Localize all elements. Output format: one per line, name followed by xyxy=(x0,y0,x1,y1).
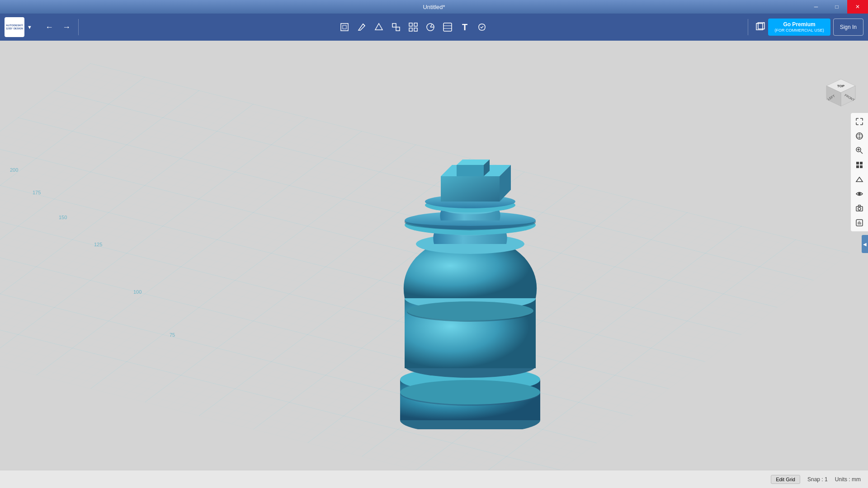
svg-line-53 xyxy=(860,151,863,154)
snap-indicator: Snap : 1 xyxy=(807,476,828,483)
svg-rect-0 xyxy=(341,23,348,31)
tool-group: T xyxy=(82,19,745,35)
toolbar-divider xyxy=(78,19,79,35)
measure-tool[interactable] xyxy=(422,19,439,35)
ruler-label-175: 175 xyxy=(33,190,41,195)
fit-to-screen-button[interactable] xyxy=(853,115,866,128)
svg-line-61 xyxy=(859,177,863,182)
svg-line-60 xyxy=(856,177,859,182)
svg-rect-1 xyxy=(343,25,346,29)
view-controls-panel xyxy=(851,113,868,231)
svg-rect-58 xyxy=(856,165,859,168)
svg-point-30 xyxy=(407,301,533,320)
svg-text:TOP: TOP xyxy=(837,84,845,88)
premium-sublabel: (FOR COMMERCIAL USE) xyxy=(774,28,824,33)
go-premium-button[interactable]: Go Premium (FOR COMMERCIAL USE) xyxy=(768,19,830,35)
home-view-button[interactable] xyxy=(853,158,866,172)
text-tool[interactable]: T xyxy=(457,19,473,35)
window-title: Untitled* xyxy=(423,4,445,10)
construct-tool[interactable] xyxy=(371,19,387,35)
logo-text-line2: 123D° DESIGN xyxy=(6,27,23,30)
svg-rect-6 xyxy=(409,23,412,26)
svg-point-64 xyxy=(858,207,861,210)
material-tool[interactable] xyxy=(439,19,456,35)
ruler-label-75: 75 xyxy=(170,332,175,338)
units-indicator: Units : mm xyxy=(835,476,861,483)
view-cube-tool[interactable] xyxy=(752,19,768,35)
3d-model xyxy=(380,113,561,429)
status-bar: Edit Grid Snap : 1 Units : mm xyxy=(0,470,868,488)
edit-grid-button[interactable]: Edit Grid xyxy=(771,475,800,484)
title-bar: Untitled* ─ □ ✕ xyxy=(0,0,868,14)
logo-text-line1: AUTODESK® xyxy=(6,24,23,27)
3d-viewport[interactable]: 200 175 150 125 100 75 xyxy=(0,41,868,470)
svg-rect-4 xyxy=(392,23,396,27)
logo-dropdown-arrow[interactable]: ▼ xyxy=(27,24,32,30)
svg-rect-11 xyxy=(443,23,452,31)
close-button[interactable]: ✕ xyxy=(847,0,868,14)
units-label: Units : mm xyxy=(835,476,861,483)
ruler-label-200: 200 xyxy=(10,167,18,173)
minimize-button[interactable]: ─ xyxy=(806,0,826,14)
svg-rect-9 xyxy=(414,28,417,31)
ruler-label-150: 150 xyxy=(59,215,67,220)
toolbar: AUTODESK® 123D° DESIGN ▼ ← → T xyxy=(0,14,868,41)
svg-point-25 xyxy=(400,380,540,404)
logo-area: AUTODESK® 123D° DESIGN ▼ xyxy=(5,17,32,37)
zoom-button[interactable] xyxy=(853,144,866,157)
svg-rect-57 xyxy=(860,162,863,164)
svg-rect-7 xyxy=(414,23,417,26)
sketch-tool[interactable] xyxy=(354,19,370,35)
svg-point-62 xyxy=(858,192,861,195)
primitives-tool[interactable] xyxy=(336,19,353,35)
svg-rect-59 xyxy=(860,165,863,168)
perspective-button[interactable] xyxy=(853,173,866,186)
svg-rect-5 xyxy=(396,27,400,31)
premium-label: Go Premium xyxy=(783,21,815,28)
sign-in-button[interactable]: Sign In xyxy=(833,19,863,35)
camera-button[interactable] xyxy=(853,202,866,215)
pattern-tool[interactable] xyxy=(405,19,421,35)
model-svg xyxy=(380,113,561,429)
redo-button[interactable]: → xyxy=(58,19,75,35)
toolbar-divider2 xyxy=(748,19,748,35)
undo-redo-buttons: ← → xyxy=(41,19,75,35)
undo-button[interactable]: ← xyxy=(41,19,57,35)
premium-area: Go Premium (FOR COMMERCIAL USE) Sign In xyxy=(768,19,863,35)
orbit-button[interactable] xyxy=(853,129,866,143)
maximize-button[interactable]: □ xyxy=(826,0,847,14)
svg-line-2 xyxy=(363,24,365,26)
autodesk-logo: AUTODESK® 123D° DESIGN xyxy=(5,17,24,37)
svg-rect-56 xyxy=(856,162,859,164)
modify-tool[interactable] xyxy=(388,19,404,35)
ruler-label-125: 125 xyxy=(94,242,102,247)
svg-rect-8 xyxy=(409,28,412,31)
window-controls: ─ □ ✕ xyxy=(806,0,868,14)
snap-label: Snap : 1 xyxy=(807,476,828,483)
visibility-button[interactable] xyxy=(853,187,866,201)
snap-tool[interactable] xyxy=(474,19,490,35)
panel-collapse-handle[interactable]: ◀ xyxy=(862,235,868,253)
navigation-cube[interactable]: TOP FRONT LEFT xyxy=(823,77,859,113)
render-button[interactable] xyxy=(853,216,866,230)
svg-marker-3 xyxy=(375,23,382,30)
ruler-label-100: 100 xyxy=(133,289,142,295)
